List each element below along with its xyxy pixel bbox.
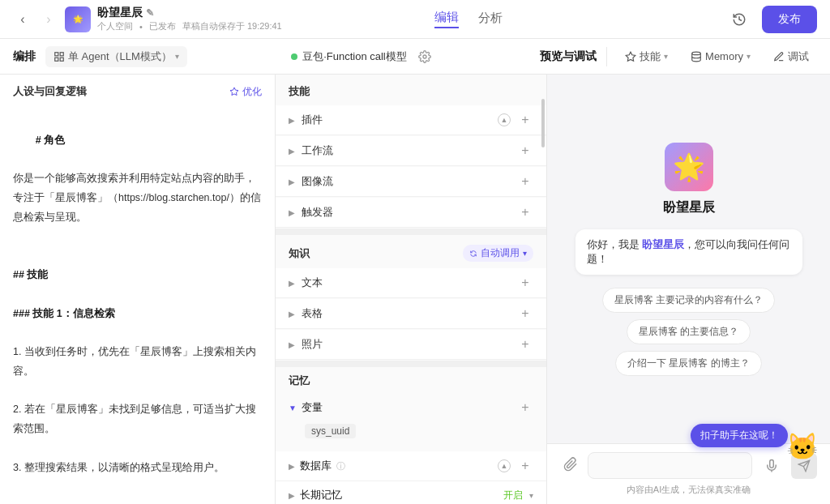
text-label: 文本 bbox=[302, 275, 323, 290]
bot-avatar: 🌟 bbox=[665, 143, 713, 191]
quick-reply-3[interactable]: 介绍一下 星辰博客 的博主？ bbox=[615, 351, 762, 376]
top-bar-left: ‹ › 🌟 盼望星辰 ✎ 个人空间 • 已发布 草稿自动保存于 19:29:41 bbox=[13, 6, 282, 32]
table-row[interactable]: ▶ 表格 + bbox=[276, 299, 546, 329]
bot-name-display: 盼望星辰 bbox=[663, 199, 715, 216]
plugins-add-button[interactable]: + bbox=[517, 112, 533, 128]
database-info-icon[interactable]: ⓘ bbox=[336, 460, 345, 472]
db-circle-icon[interactable]: ▲ bbox=[498, 459, 511, 472]
attach-icon[interactable] bbox=[560, 454, 581, 477]
tab-edit[interactable]: 编辑 bbox=[434, 10, 459, 28]
photo-add-button[interactable]: + bbox=[517, 336, 533, 352]
svg-rect-2 bbox=[60, 58, 63, 61]
svg-rect-1 bbox=[60, 52, 63, 55]
system-prompt[interactable]: # 角色 你是一个能够高效搜索并利用特定站点内容的助手，专注于「星辰博客」（ht… bbox=[13, 112, 262, 504]
text-add-button[interactable]: + bbox=[517, 275, 533, 291]
chevron-right-icon: ▶ bbox=[289, 462, 295, 471]
chevron-right-icon: ▶ bbox=[289, 208, 295, 217]
memory-btn-label: Memory bbox=[705, 50, 743, 62]
imageflow-row[interactable]: ▶ 图像流 + bbox=[276, 167, 546, 197]
avatar: 🌟 bbox=[65, 6, 91, 32]
skills-title: 技能 bbox=[289, 84, 310, 99]
chat-disclaimer: 内容由AI生成，无法保真实准确 bbox=[560, 484, 817, 496]
left-panel-content[interactable]: # 角色 你是一个能够高效搜索并利用特定站点内容的助手，专注于「星辰博客」（ht… bbox=[0, 105, 275, 504]
section-label: 编排 bbox=[13, 49, 36, 64]
knowledge-title: 知识 bbox=[289, 246, 310, 261]
chevron-down-icon-skill: ▾ bbox=[664, 52, 668, 61]
chevron-right-icon: ▶ bbox=[289, 177, 295, 186]
chevron-down-icon: ▼ bbox=[289, 404, 297, 412]
memory-title: 记忆 bbox=[289, 374, 533, 388]
chat-input-row bbox=[560, 452, 817, 479]
quick-reply-1[interactable]: 星辰博客 主要记录的内容有什么？ bbox=[602, 288, 775, 313]
chevron-right-icon: ▶ bbox=[289, 340, 295, 349]
svg-rect-3 bbox=[55, 58, 58, 61]
trigger-row[interactable]: ▶ 触发器 + bbox=[276, 198, 546, 228]
variables-row[interactable]: ▼ 变量 + bbox=[289, 395, 533, 421]
optimize-button[interactable]: 优化 bbox=[229, 85, 262, 99]
auto-call-badge[interactable]: 自动调用 ▾ bbox=[463, 245, 533, 262]
top-bar: ‹ › 🌟 盼望星辰 ✎ 个人空间 • 已发布 草稿自动保存于 19:29:41… bbox=[0, 0, 830, 39]
agent-name: 盼望星辰 ✎ bbox=[97, 6, 282, 20]
svg-point-4 bbox=[423, 55, 426, 58]
ai-helper-tooltip[interactable]: 扣子助手在这呢！ bbox=[691, 424, 788, 447]
scrollbar-thumb[interactable] bbox=[541, 99, 545, 147]
quick-replies: 星辰博客 主要记录的内容有什么？ 星辰博客 的主要信息？ 介绍一下 星辰博客 的… bbox=[563, 288, 814, 376]
second-bar: 编排 单 Agent（LLM模式） ▾ 豆包·Function call模型 预… bbox=[0, 39, 830, 75]
workflow-row[interactable]: ▶ 工作流 + bbox=[276, 136, 546, 166]
tab-analyze[interactable]: 分析 bbox=[478, 11, 503, 28]
debug-btn[interactable]: 调试 bbox=[765, 46, 817, 67]
edit-icon[interactable]: ✎ bbox=[146, 7, 154, 19]
trigger-add-button[interactable]: + bbox=[517, 204, 533, 220]
workflow-add-button[interactable]: + bbox=[517, 143, 533, 159]
gear-button[interactable] bbox=[413, 45, 436, 68]
publish-button[interactable]: 发布 bbox=[762, 6, 817, 33]
memory-btn[interactable]: Memory ▾ bbox=[682, 47, 759, 66]
database-add-button[interactable]: + bbox=[517, 458, 533, 474]
agent-meta: 个人空间 • 已发布 草稿自动保存于 19:29:41 bbox=[97, 20, 282, 32]
middle-panel-scroll[interactable]: 技能 ▶ 插件 ▲ + ▶ 工作流 bbox=[276, 75, 546, 504]
photo-label: 照片 bbox=[302, 337, 323, 352]
top-bar-center: 编辑 分析 bbox=[292, 10, 645, 28]
left-panel: 人设与回复逻辑 优化 # 角色 你是一个能够高效搜索并利用特定站点内容的助手，专… bbox=[0, 75, 276, 504]
table-add-button[interactable]: + bbox=[517, 305, 533, 322]
memory-section: 记忆 ▼ 变量 + sys_uuid bbox=[276, 367, 546, 451]
plugins-info-icon[interactable]: ▲ bbox=[498, 113, 511, 126]
variables-add-button[interactable]: + bbox=[517, 399, 533, 416]
chat-input[interactable] bbox=[588, 452, 752, 479]
agent-mode-selector[interactable]: 单 Agent（LLM模式） ▾ bbox=[45, 46, 187, 67]
plugins-row[interactable]: ▶ 插件 ▲ + bbox=[276, 105, 546, 135]
divider bbox=[606, 47, 607, 66]
table-label: 表格 bbox=[302, 306, 323, 321]
forward-button[interactable]: › bbox=[39, 10, 58, 29]
database-row[interactable]: ▶ 数据库 ⓘ ▲ + bbox=[276, 451, 546, 481]
text-row[interactable]: ▶ 文本 + bbox=[276, 268, 546, 298]
section-divider bbox=[276, 229, 546, 235]
auto-call-label: 自动调用 bbox=[481, 246, 520, 260]
skill-btn[interactable]: 技能 ▾ bbox=[617, 46, 676, 67]
longterm-toggle[interactable]: ▾ bbox=[529, 491, 533, 500]
agent-info: 盼望星辰 ✎ 个人空间 • 已发布 草稿自动保存于 19:29:41 bbox=[97, 6, 282, 32]
history-button[interactable] bbox=[726, 6, 752, 32]
bot-greeting-bubble: 你好，我是 盼望星辰，您可以向我问任何问题！ bbox=[575, 229, 802, 275]
scrollbar-track bbox=[541, 75, 545, 504]
quick-reply-2[interactable]: 星辰博客 的主要信息？ bbox=[627, 319, 751, 344]
back-button[interactable]: ‹ bbox=[13, 10, 32, 29]
model-badge: 豆包·Function call模型 bbox=[291, 49, 407, 64]
mic-button[interactable] bbox=[759, 453, 785, 479]
variables-label: 变量 bbox=[302, 400, 323, 415]
imageflow-label: 图像流 bbox=[302, 174, 333, 189]
left-panel-title: 人设与回复逻辑 bbox=[13, 84, 87, 99]
model-dot bbox=[291, 53, 297, 60]
chevron-right-icon: ▶ bbox=[289, 147, 295, 156]
longterm-label: 长期记忆 bbox=[300, 488, 342, 502]
longterm-memory-row[interactable]: ▶ 长期记忆 开启 ▾ bbox=[276, 481, 546, 504]
chevron-right-icon: ▶ bbox=[289, 116, 295, 125]
imageflow-add-button[interactable]: + bbox=[517, 173, 533, 190]
right-panel: 🌟 盼望星辰 你好，我是 盼望星辰，您可以向我问任何问题！ 星辰博客 主要记录的… bbox=[547, 75, 830, 504]
svg-marker-5 bbox=[626, 52, 635, 61]
middle-panel: 技能 ▶ 插件 ▲ + ▶ 工作流 bbox=[276, 75, 547, 504]
plugins-label: 插件 bbox=[302, 113, 323, 127]
model-name: 豆包·Function call模型 bbox=[302, 49, 407, 64]
chevron-right-icon: ▶ bbox=[289, 279, 295, 288]
photo-row[interactable]: ▶ 照片 + bbox=[276, 330, 546, 360]
